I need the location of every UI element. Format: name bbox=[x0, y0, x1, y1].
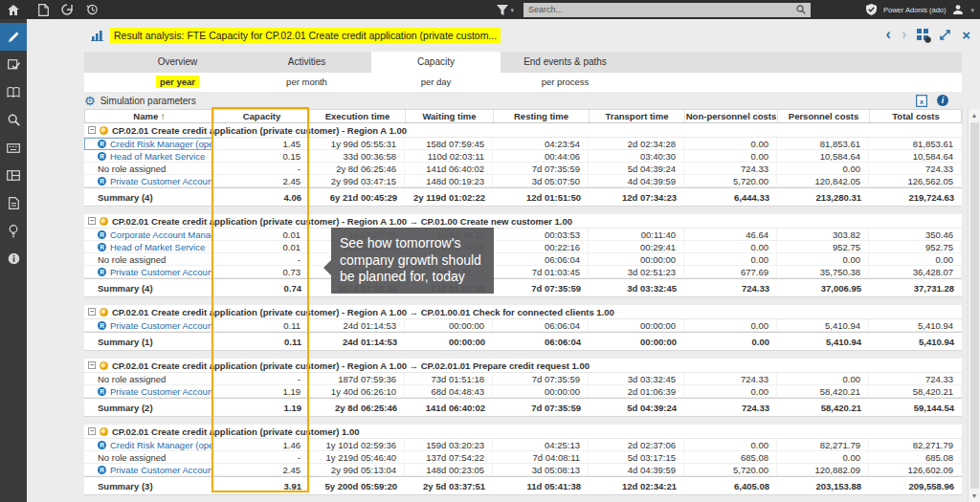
home-button[interactable] bbox=[0, 0, 27, 19]
value-cell: 7d 01:03:45 bbox=[493, 266, 589, 278]
navigate-back-icon[interactable]: ‹ bbox=[886, 27, 891, 42]
user-menu-caret-icon[interactable]: ▾ bbox=[970, 7, 974, 13]
value-cell: 126,562.05 bbox=[869, 175, 962, 187]
model-release-icon bbox=[8, 58, 20, 71]
gear-icon[interactable]: ⚙ bbox=[84, 95, 96, 107]
row-name: Head of Market Service bbox=[110, 150, 205, 163]
role-icon: R bbox=[98, 321, 106, 330]
column-header-waiting-time[interactable]: Waiting time bbox=[406, 110, 494, 122]
filter-button[interactable]: ▾ bbox=[497, 5, 515, 15]
collapse-icon[interactable]: − bbox=[88, 126, 96, 134]
layout-panels-icon bbox=[7, 170, 20, 181]
new-model-icon bbox=[38, 4, 49, 16]
subtab-per-day[interactable]: per day bbox=[371, 73, 501, 92]
group-header-row[interactable]: −CP.02.01 Create credit application (pri… bbox=[84, 123, 962, 138]
table-row[interactable]: No role assigned-2d 03:25:0000:00:0006:0… bbox=[84, 253, 962, 266]
table-row[interactable]: No role assigned-187d 07:59:3673d 01:51:… bbox=[84, 373, 962, 385]
security-shield-icon[interactable] bbox=[866, 4, 877, 15]
search-input[interactable]: Search... bbox=[523, 3, 811, 17]
maximize-icon[interactable] bbox=[939, 29, 951, 41]
summary-value-cell: 0.11 bbox=[213, 333, 309, 351]
table-row[interactable]: RHead of Market Service0.1533d 00:36:581… bbox=[84, 150, 962, 163]
value-cell: 0.00 bbox=[684, 319, 777, 332]
value-cell: - bbox=[213, 451, 309, 464]
tab-activities[interactable]: Activities bbox=[242, 52, 371, 73]
row-name-cell: RPrivate Customer Account Manager bbox=[84, 385, 213, 398]
collapse-icon[interactable]: − bbox=[88, 217, 96, 225]
info-icon[interactable]: i bbox=[937, 95, 948, 106]
table-row[interactable]: No role assigned-2y 8d 06:25:46141d 06:4… bbox=[84, 163, 962, 175]
scroll-up-icon[interactable]: ▲ bbox=[971, 109, 978, 121]
column-header-resting-time[interactable]: Resting time bbox=[494, 110, 590, 122]
role-icon: R bbox=[98, 177, 106, 186]
column-header-execution-time[interactable]: Execution time bbox=[310, 110, 406, 122]
table-row[interactable]: RPrivate Customer Account Manager1.191y … bbox=[84, 385, 962, 398]
summary-label: Summary (1) bbox=[84, 333, 213, 351]
simulation-parameters-label: Simulation parameters bbox=[100, 96, 196, 106]
table-row[interactable]: RPrivate Customer Account Manager2.452y … bbox=[84, 464, 962, 476]
sidebar-item-document[interactable] bbox=[0, 189, 27, 217]
column-header-capacity[interactable]: Capacity bbox=[214, 110, 310, 122]
column-header-transport-time[interactable]: Transport time bbox=[590, 110, 685, 122]
sidebar-item-info[interactable] bbox=[0, 245, 27, 273]
table-row[interactable]: RCredit Risk Manager (operative)1.461y 1… bbox=[84, 439, 962, 451]
table-row[interactable]: RPrivate Customer Account Manager0.1124d… bbox=[84, 319, 962, 332]
open-model-button[interactable] bbox=[61, 4, 74, 16]
sidebar-item-idea-bulb[interactable] bbox=[0, 217, 27, 245]
tab-overview[interactable]: Overview bbox=[113, 52, 242, 73]
group-title: CP.02.01 Create credit application (priv… bbox=[112, 216, 572, 227]
new-model-button[interactable] bbox=[38, 4, 49, 16]
group-header-row[interactable]: −CP.02.01 Create credit application (pri… bbox=[84, 425, 962, 439]
views-grid-icon[interactable] bbox=[917, 29, 928, 40]
table-row[interactable]: No role assigned-1y 219d 05:46:40137d 07… bbox=[84, 451, 962, 464]
collapse-icon[interactable]: − bbox=[88, 427, 96, 435]
sidebar-item-handbook[interactable] bbox=[0, 78, 27, 106]
group-header-row[interactable]: −CP.02.01 Create credit application (pri… bbox=[84, 305, 962, 319]
row-name: Credit Risk Manager (operative) bbox=[110, 439, 213, 451]
row-name: Private Customer Account Manager bbox=[110, 319, 213, 332]
scrollbar-thumb[interactable] bbox=[970, 122, 979, 489]
summary-value-cell: 2y 119d 01:02:22 bbox=[405, 188, 493, 207]
value-cell: 00:11:40 bbox=[589, 229, 684, 241]
collapse-icon[interactable]: − bbox=[88, 361, 96, 369]
table-row[interactable]: RHead of Market Service0.0116d 05:44:294… bbox=[84, 241, 962, 253]
tab-end-events-paths[interactable]: End events & paths bbox=[501, 52, 630, 73]
table-row[interactable]: RPrivate Customer Account Manager2.452y … bbox=[84, 175, 962, 187]
row-name: No role assigned bbox=[98, 451, 166, 464]
subtab-per-year[interactable]: per year bbox=[113, 73, 242, 92]
collapse-icon[interactable]: − bbox=[88, 308, 96, 316]
scroll-down-icon[interactable]: ▼ bbox=[971, 490, 978, 502]
table-row[interactable]: RPrivate Customer Account Manager0.73152… bbox=[84, 266, 962, 278]
navigate-forward-icon[interactable]: › bbox=[902, 27, 906, 42]
subtab-per-process[interactable]: per process bbox=[501, 73, 630, 92]
subtab-per-month[interactable]: per month bbox=[242, 73, 371, 92]
sidebar-item-model-release[interactable] bbox=[0, 51, 27, 78]
vertical-scrollbar[interactable]: ▲ ▼ bbox=[968, 109, 980, 502]
capacity-table: Name ↑CapacityExecution timeWaiting time… bbox=[84, 109, 962, 495]
tab-capacity[interactable]: Capacity bbox=[371, 52, 501, 73]
column-header-total-costs[interactable]: Total costs bbox=[870, 110, 963, 122]
column-header-non-personnel-costs[interactable]: Non-personnel costs bbox=[685, 110, 778, 122]
group-header-row[interactable]: −CP.02.01 Create credit application (pri… bbox=[84, 359, 962, 373]
recent-history-button[interactable] bbox=[86, 4, 99, 16]
summary-row: Summary (4)4.066y 21d 00:45:292y 119d 01… bbox=[84, 187, 962, 206]
value-cell: 0.01 bbox=[213, 241, 309, 253]
column-header-name[interactable]: Name ↑ bbox=[85, 110, 214, 122]
table-row[interactable]: RCorporate Account Manager0.011d 02:07:3… bbox=[84, 229, 962, 241]
sidebar-item-console[interactable] bbox=[0, 134, 27, 162]
value-cell: 137d 07:54:22 bbox=[405, 451, 493, 464]
close-icon[interactable]: × bbox=[962, 28, 970, 42]
summary-value-cell: 12d 07:34:23 bbox=[589, 188, 684, 207]
summary-value-cell: 00:00:00 bbox=[589, 333, 684, 351]
sidebar-item-layout-panels[interactable] bbox=[0, 162, 27, 189]
summary-value-cell: 11d 05:41:38 bbox=[493, 477, 589, 495]
table-row[interactable]: RCredit Risk Manager (operative)1.451y 9… bbox=[84, 138, 962, 150]
sidebar-item-edit-pencil[interactable] bbox=[0, 23, 27, 51]
summary-value-cell: 219,724.63 bbox=[869, 188, 962, 207]
excel-export-icon[interactable]: x bbox=[916, 95, 927, 107]
user-avatar-icon[interactable] bbox=[952, 4, 964, 15]
sidebar-item-search[interactable] bbox=[0, 106, 27, 134]
column-header-personnel-costs[interactable]: Personnel costs bbox=[778, 110, 870, 122]
search-placeholder: Search... bbox=[528, 5, 796, 14]
group-header-row[interactable]: −CP.02.01 Create credit application (pri… bbox=[84, 214, 962, 229]
